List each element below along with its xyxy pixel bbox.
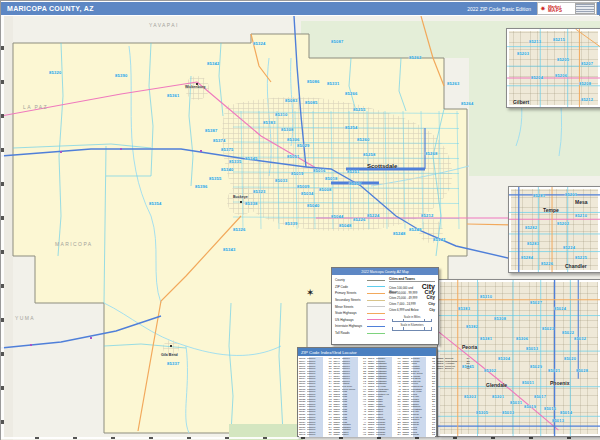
zip-code-label: 85204 — [531, 75, 543, 80]
map-title: MARICOPA COUNTY, AZ — [7, 5, 94, 12]
zip-code-label: 85383 — [458, 306, 470, 311]
city-label: Phoenix — [550, 380, 569, 386]
zip-code-label: 85027 — [530, 300, 542, 305]
zip-code-label: 85029 — [530, 364, 542, 369]
zip-code-label: 85014 — [560, 410, 572, 415]
zip-code-label: 85203 — [517, 51, 529, 56]
zip-code-label: 85381 — [480, 336, 492, 341]
legend-item: County — [335, 277, 385, 284]
zip-code-label: 85028 — [576, 368, 588, 373]
zip-code-label: 85302 — [484, 368, 496, 373]
scale-bar: Scale in Kilometers — [389, 324, 435, 331]
zip-code-label: 85308 — [494, 316, 506, 321]
zip-index-row: 85396BuckeyeC5 — [437, 367, 470, 370]
zip-index-table-title: ZIP Code Index/Grid Locator — [298, 348, 436, 356]
legend-item: State Highways — [335, 310, 385, 317]
zip-index-table-body: 85003PhoenixF585004PhoenixF585006Phoenix… — [299, 357, 435, 437]
zip-code-label: 85224 — [563, 245, 575, 250]
zip-code-label: 85212 — [581, 97, 593, 102]
zip-code-label: 85303 — [464, 394, 476, 399]
scale-bar: Scale in Miles — [389, 316, 435, 323]
zip-code-label: 85304 — [498, 356, 510, 361]
legend-item: US Highways — [335, 317, 385, 324]
legend-item: ZIP Code — [335, 284, 385, 291]
neatline-ticks-left — [1, 16, 4, 439]
zip-code-label: 85205 — [557, 57, 569, 62]
legend-item: Primary Streets — [335, 290, 385, 297]
zip-code-label: 85031 — [510, 400, 522, 405]
zip-code-label: 85226 — [541, 261, 553, 266]
zip-code-label: 85201 — [565, 192, 577, 197]
zip-code-label: 85310 — [480, 294, 492, 299]
compass-rose-icon: ✶ — [306, 288, 314, 298]
city-label: Gilbert — [513, 99, 529, 105]
city-label: Chandler — [565, 263, 587, 269]
zip-code-label: 85225 — [575, 255, 587, 260]
zip-code-label: 85202 — [557, 221, 569, 226]
zip-code-label: 85283 — [527, 241, 539, 246]
header-bar: MARICOPA COUNTY, AZ 2022 ZIP Code Basic … — [1, 2, 600, 15]
legend: 2022 Maricopa County, AZ Map CountyZIP C… — [331, 267, 439, 345]
zip-code-label: 85207 — [581, 61, 593, 66]
city-label: Peoria — [462, 344, 477, 350]
zip-code-label: 85015 — [544, 406, 556, 411]
zip-code-label: 85033 — [502, 410, 514, 415]
zip-code-label: 85282 — [525, 225, 537, 230]
zip-code-label: 85281 — [533, 193, 545, 198]
legend-city-items: Cities 100,000 and AboveCityCities 50,00… — [389, 283, 435, 314]
zip-code-label: 85215 — [553, 37, 565, 42]
zip-code-label: 85208 — [579, 81, 591, 86]
zip-code-label: 85051 — [522, 380, 534, 385]
legend-item: Toll Roads — [335, 330, 385, 337]
logo-fineprint — [575, 3, 595, 14]
legend-item: Minor Streets — [335, 303, 385, 310]
city-label: Tempe — [543, 207, 559, 213]
legend-item: Secondary Streets — [335, 297, 385, 304]
zip-code-label: 85206 — [555, 73, 567, 78]
zip-code-label: 85023 — [542, 326, 554, 331]
city-label: Mesa — [575, 199, 588, 205]
zip-code-label: 85284 — [521, 255, 533, 260]
legend-line-items: CountyZIP CodePrimary StreetsSecondary S… — [335, 277, 385, 336]
zip-index-row: 85042PhoenixF6 — [299, 433, 332, 436]
zip-index-row: 85307GlendaleD4 — [368, 433, 401, 436]
zip-code-label: 85022 — [562, 330, 574, 335]
zip-code-label: 85021 — [548, 368, 560, 373]
zip-index-row: 85234GilbertH5 — [334, 433, 367, 436]
inset-map-tempe-chandler: 8528185201852108520285282852838528485224… — [508, 186, 600, 273]
zip-code-label: 85017 — [534, 394, 546, 399]
scale-bars: Scale in MilesScale in Kilometers — [389, 314, 435, 331]
inset-map-mesa-gilbert: 8521385215852038520585206852048520785208… — [506, 28, 600, 108]
zip-code-label: 85210 — [575, 213, 587, 218]
zip-code-label: 85020 — [564, 356, 576, 361]
zip-code-label: 85382 — [466, 324, 478, 329]
zip-code-label: 85213 — [529, 39, 541, 44]
inset-mesa-labels: 8521385215852038520585206852048520785208… — [507, 29, 600, 107]
map-sheet: MARICOPA COUNTY, AZ 2022 ZIP Code Basic … — [0, 0, 600, 440]
legend-cities-header: Cities and Towns — [389, 277, 435, 282]
legend-title: 2022 Maricopa County, AZ Map — [332, 268, 438, 275]
city-label: Glendale — [486, 382, 507, 388]
inset-tempe-labels: 8528185201852108520285282852838528485224… — [509, 187, 600, 272]
zip-code-label: 85306 — [516, 336, 528, 341]
zip-code-label: 85013 — [552, 418, 564, 423]
zip-index-table: ZIP Code Index/Grid Locator 85003Phoenix… — [297, 347, 437, 437]
legend-item: Interstate Highways — [335, 323, 385, 330]
zip-code-label: 85301 — [492, 394, 504, 399]
zip-code-label: 85053 — [526, 346, 538, 351]
zip-code-label: 85019 — [524, 404, 536, 409]
logo-brand-bottom: MAPS — [548, 9, 563, 13]
zip-code-label: 85305 — [476, 410, 488, 415]
zip-index-row: 85387SurpriseC2 — [403, 433, 436, 436]
brand-logo: ✷ Market MAPS — [537, 2, 597, 15]
edition-label: 2022 ZIP Code Basic Edition — [467, 6, 531, 12]
zip-code-label: 85024 — [554, 306, 566, 311]
zip-code-label: 85032 — [574, 336, 586, 341]
logo-star-icon: ✷ — [540, 5, 546, 12]
